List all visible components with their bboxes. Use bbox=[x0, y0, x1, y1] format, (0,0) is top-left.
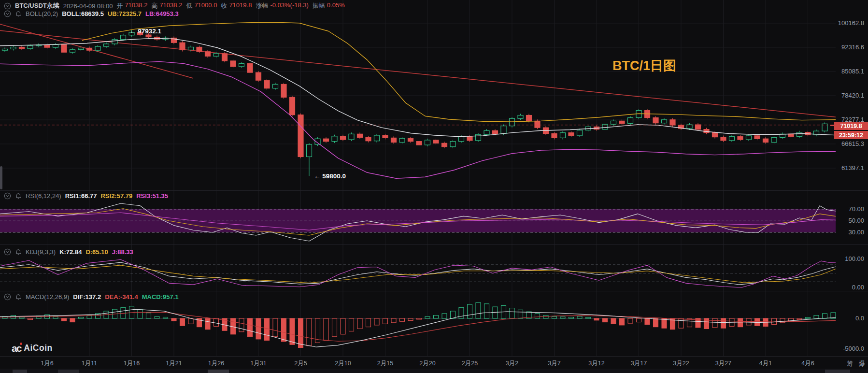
pane-collapse-icon[interactable] bbox=[4, 2, 11, 10]
macd-bar bbox=[721, 318, 726, 328]
macd-bar bbox=[603, 318, 608, 322]
pane-collapse-icon[interactable] bbox=[4, 248, 11, 256]
x-axis-date: 2月25 bbox=[462, 359, 478, 368]
indicator-value: RSI2:57.79 bbox=[100, 192, 132, 200]
macd-bar bbox=[780, 318, 785, 323]
x-axis-date: 3月12 bbox=[588, 359, 604, 368]
x-axis-date: 3月22 bbox=[673, 359, 689, 368]
macd-bar bbox=[155, 316, 159, 318]
indicator-value: UB:72325.7 bbox=[108, 10, 142, 17]
chart-line bbox=[0, 38, 836, 137]
indicator-value: J:88.33 bbox=[112, 248, 133, 256]
field-value: -0.03%(-18.3) bbox=[270, 1, 308, 10]
macd-bar bbox=[205, 318, 210, 330]
macd-bar bbox=[391, 318, 396, 323]
indicator-value: D:65.10 bbox=[85, 248, 108, 256]
field-value: 71038.2 bbox=[125, 1, 147, 10]
macd-bar bbox=[290, 318, 295, 344]
alarm-bell-icon[interactable] bbox=[15, 294, 22, 301]
macd-bar bbox=[214, 318, 219, 326]
macd-bar bbox=[400, 318, 405, 321]
macd-bar bbox=[654, 318, 658, 327]
aicoin-logo-mark: ac bbox=[12, 343, 21, 353]
alarm-bell-icon[interactable] bbox=[15, 193, 22, 200]
pane-collapse-icon[interactable] bbox=[4, 293, 11, 301]
macd-bar bbox=[806, 317, 811, 318]
macd-axis-label: 0.0 bbox=[855, 315, 864, 322]
swing-high-annotation: ← 97932.1 bbox=[129, 28, 161, 35]
x-axis-date: 2月5 bbox=[294, 359, 307, 368]
pane-collapse-icon[interactable] bbox=[4, 10, 11, 17]
pane-separator bbox=[0, 291, 868, 291]
macd-bar bbox=[307, 318, 312, 346]
field-value: 0.05% bbox=[327, 1, 345, 10]
last-price-badge: 71019.8 bbox=[834, 122, 868, 130]
x-axis-date: 3月17 bbox=[631, 359, 647, 368]
trading-chart-app: BTC/USDT永续 2026-04-09 08:00 开71038.2 高71… bbox=[0, 0, 868, 373]
macd-bar bbox=[62, 318, 67, 321]
macd-bar bbox=[510, 308, 514, 318]
macd-bar bbox=[628, 318, 633, 323]
macd-bar bbox=[265, 318, 270, 340]
macd-bar bbox=[434, 316, 439, 318]
macd-bar bbox=[586, 317, 591, 318]
indicator-value: MACD:957.1 bbox=[142, 293, 179, 301]
scroll-handle[interactable] bbox=[0, 166, 2, 189]
alarm-bell-icon[interactable] bbox=[15, 249, 22, 256]
macd-bar bbox=[797, 318, 802, 320]
bottom-bar-segment bbox=[58, 370, 79, 373]
chip-tool-button[interactable]: 筹 bbox=[847, 359, 853, 368]
macd-bar bbox=[357, 318, 362, 329]
field-label: 收 bbox=[221, 1, 227, 10]
price-axis-label: 92316.6 bbox=[841, 43, 864, 51]
pane-separator bbox=[0, 244, 868, 245]
kdj-axis-label: 0.00 bbox=[852, 284, 864, 291]
chart-line bbox=[82, 22, 836, 122]
macd-bar bbox=[332, 318, 337, 337]
macd-bar bbox=[171, 318, 176, 321]
liquidation-tool-button[interactable]: 爆 bbox=[859, 359, 865, 368]
rsi-header-row: RSI(6,12,24) RSI1:66.77 RSI2:57.79 RSI3:… bbox=[4, 192, 168, 200]
price-axis-label: 66615.3 bbox=[841, 140, 864, 147]
indicator-name: MACD(12,26,9) bbox=[26, 293, 69, 301]
macd-bar bbox=[366, 318, 371, 327]
indicator-value: DEA:-341.4 bbox=[105, 293, 138, 301]
macd-bar bbox=[36, 316, 41, 318]
swing-low-annotation: ← 59800.0 bbox=[314, 172, 346, 180]
rsi-axis-label: 30.00 bbox=[848, 229, 864, 236]
macd-bar bbox=[79, 317, 84, 318]
indicator-name: BOLL(20,2) bbox=[26, 10, 58, 17]
macd-bar bbox=[645, 318, 650, 325]
macd-bar bbox=[451, 311, 455, 318]
pane-collapse-icon[interactable] bbox=[4, 192, 11, 200]
x-axis-date: 1月31 bbox=[250, 359, 266, 368]
bottom-bar bbox=[0, 369, 868, 373]
x-axis-date: 4月6 bbox=[801, 359, 814, 368]
chart-line bbox=[0, 30, 836, 117]
macd-header-row: MACD(12,26,9) DIF:137.2 DEA:-341.4 MACD:… bbox=[4, 293, 179, 301]
macd-bar bbox=[349, 318, 354, 331]
x-axis-date: 2月15 bbox=[377, 359, 393, 368]
x-axis-date: 2月20 bbox=[419, 359, 435, 368]
macd-bar bbox=[712, 318, 717, 328]
macd-bar bbox=[814, 316, 819, 318]
macd-bar bbox=[442, 314, 447, 318]
macd-bar bbox=[543, 316, 548, 318]
price-axis-label: 85085.1 bbox=[841, 68, 864, 75]
chart-watermark: BTC/1日图 bbox=[612, 57, 676, 74]
x-axis-date: 1月11 bbox=[82, 359, 97, 368]
macd-bar bbox=[484, 304, 489, 318]
macd-bar bbox=[637, 318, 641, 322]
alarm-bell-icon[interactable] bbox=[15, 11, 22, 17]
bottom-bar-segment bbox=[13, 370, 27, 373]
rsi-axis-label: 70.00 bbox=[848, 205, 864, 213]
macd-bar bbox=[620, 318, 625, 325]
field-value: 71000.0 bbox=[194, 1, 217, 10]
indicator-value: RSI3:51.35 bbox=[136, 192, 168, 200]
chart-canvas[interactable] bbox=[0, 0, 868, 373]
macd-bar bbox=[248, 318, 253, 337]
macd-bar bbox=[299, 318, 303, 347]
macd-bar bbox=[772, 318, 777, 325]
macd-bar bbox=[341, 318, 345, 334]
price-axis-label: 100162.8 bbox=[838, 19, 864, 27]
